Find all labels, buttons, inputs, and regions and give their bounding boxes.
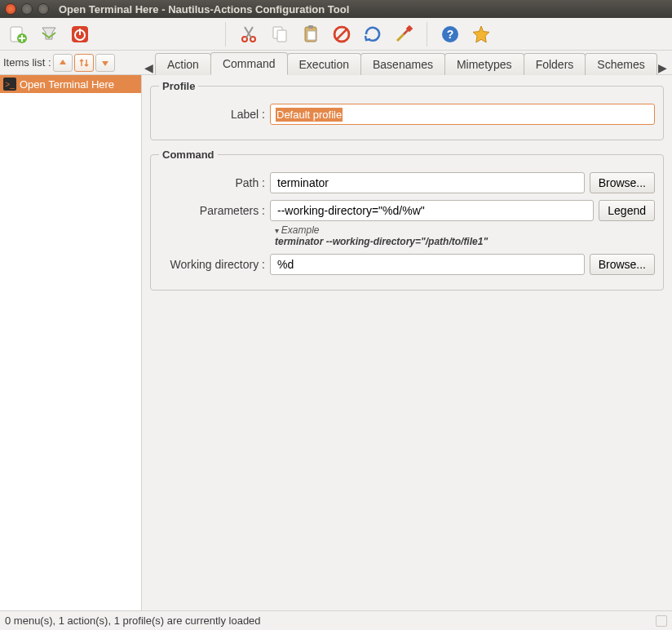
svg-line-14 [337, 29, 347, 39]
path-browse-button[interactable]: Browse... [590, 172, 655, 193]
tab-content: Profile Label : Default profile Command … [142, 75, 672, 610]
terminal-icon: >_ [3, 78, 16, 91]
items-tree[interactable]: >_ Open Terminal Here [0, 75, 142, 610]
cut-icon[interactable] [237, 23, 260, 46]
svg-rect-10 [307, 31, 316, 40]
example-header[interactable]: Example [275, 224, 655, 236]
preferences-icon[interactable] [392, 23, 415, 46]
copy-icon[interactable] [268, 23, 291, 46]
save-icon[interactable] [38, 23, 60, 46]
path-label: Path : [159, 176, 265, 189]
close-icon[interactable] [5, 3, 16, 15]
help-icon[interactable]: ? [439, 23, 462, 46]
parameters-label: Parameters : [159, 204, 265, 217]
move-up-button[interactable] [53, 54, 73, 72]
svg-rect-7 [277, 30, 286, 42]
status-text: 0 menu(s), 1 action(s), 1 profile(s) are… [5, 614, 261, 627]
example-value: terminator --working-directory="/path/to… [275, 236, 655, 247]
delete-icon[interactable] [330, 23, 353, 46]
svg-rect-9 [308, 25, 313, 29]
tab-schemes[interactable]: Schemes [585, 53, 657, 75]
items-row: Items list : ◀ Action Command Execution … [0, 51, 672, 75]
minimize-icon[interactable] [21, 3, 33, 15]
main-toolbar: ? [0, 18, 672, 51]
profile-label-input[interactable]: Default profile [276, 108, 343, 122]
tab-basenames[interactable]: Basenames [360, 53, 445, 75]
command-group: Command Path : Browse... Parameters : Le… [150, 149, 664, 291]
tabs-scroll-left-icon[interactable]: ◀ [142, 61, 155, 74]
profile-group: Profile Label : Default profile [150, 80, 664, 140]
resize-grip-icon[interactable] [656, 615, 667, 627]
profile-label-label: Label : [159, 108, 265, 121]
tab-folders[interactable]: Folders [524, 53, 586, 75]
working-directory-label: Working directory : [159, 258, 265, 271]
main-area: >_ Open Terminal Here Profile Label : De… [0, 75, 672, 610]
svg-text:?: ? [447, 28, 454, 41]
tab-mimetypes[interactable]: Mimetypes [444, 53, 524, 75]
command-legend: Command [159, 149, 218, 161]
wd-browse-button[interactable]: Browse... [590, 254, 655, 275]
new-action-icon[interactable] [7, 23, 29, 46]
profile-legend: Profile [159, 80, 198, 92]
tab-command[interactable]: Command [210, 52, 288, 75]
tab-action[interactable]: Action [155, 53, 211, 75]
working-directory-input[interactable] [270, 254, 585, 275]
move-down-button[interactable] [95, 54, 115, 72]
example-block: Example terminator --working-directory="… [275, 224, 655, 247]
legend-button[interactable]: Legend [599, 200, 655, 221]
quit-icon[interactable] [69, 23, 91, 46]
tree-item-label: Open Terminal Here [20, 78, 114, 91]
path-input[interactable] [270, 172, 585, 193]
maximize-icon[interactable] [38, 3, 49, 15]
reload-icon[interactable] [361, 23, 384, 46]
status-bar: 0 menu(s), 1 action(s), 1 profile(s) are… [0, 610, 672, 630]
sort-button[interactable] [74, 54, 94, 72]
tab-execution[interactable]: Execution [287, 53, 361, 75]
parameters-input[interactable] [270, 200, 594, 221]
tabs-scroll-right-icon[interactable]: ▶ [657, 61, 670, 74]
items-list-label: Items list : [3, 56, 51, 69]
tree-item-selected[interactable]: >_ Open Terminal Here [0, 75, 141, 93]
paste-icon[interactable] [299, 23, 322, 46]
window-title: Open Terminal Here - Nautilus-Actions Co… [59, 3, 349, 16]
star-icon[interactable] [470, 23, 493, 46]
title-bar: Open Terminal Here - Nautilus-Actions Co… [0, 0, 672, 18]
